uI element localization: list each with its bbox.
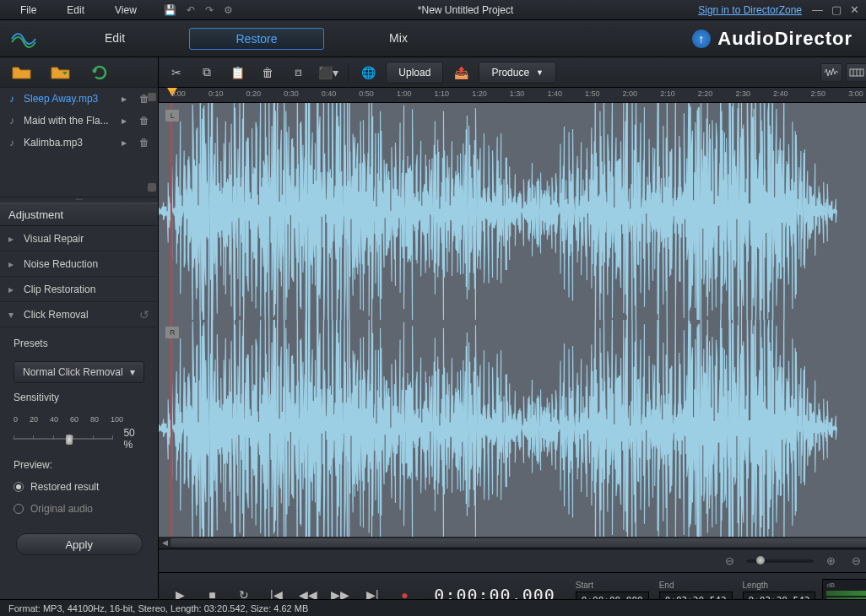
tab-mix[interactable]: Mix bbox=[331, 24, 466, 53]
status-bar: Format: MP3, 44100Hz, 16-bit, Stereo, Le… bbox=[0, 599, 866, 616]
track-item[interactable]: ♪ Sleep Away.mp3 ▸ 🗑 bbox=[0, 88, 158, 110]
zoom-out-v-icon[interactable]: ⊖ bbox=[847, 553, 864, 570]
sidebar: ♪ Sleep Away.mp3 ▸ 🗑 ♪ Maid with the Fla… bbox=[0, 57, 159, 616]
main-toolbar: ✂ ⧉ 📋 🗑 ⧈ ⬛▾ 🌐 Upload 📤 Produce▼ bbox=[159, 57, 866, 88]
cut-icon[interactable]: ✂ bbox=[164, 62, 189, 84]
waveform-view[interactable]: L R dB-3-6-12-18-∞-18-12-6-3-3-6-12-18-∞… bbox=[159, 103, 866, 537]
upload-button[interactable]: Upload bbox=[386, 62, 443, 84]
apply-button[interactable]: Apply bbox=[16, 533, 143, 555]
sensitivity-label: Sensitivity bbox=[14, 392, 144, 403]
zoom-out-h-icon[interactable]: ⊖ bbox=[721, 553, 738, 570]
radio-restored[interactable]: Restored result bbox=[14, 481, 144, 493]
track-list: ♪ Sleep Away.mp3 ▸ 🗑 ♪ Maid with the Fla… bbox=[0, 88, 158, 197]
chevron-right-icon: ▸ bbox=[8, 284, 17, 295]
menu-file[interactable]: File bbox=[7, 2, 50, 19]
marker-dropdown-icon[interactable]: ⬛▾ bbox=[316, 62, 341, 84]
brand-bar: Edit Restore Mix ↑ AudioDirector bbox=[0, 20, 866, 57]
channel-left-badge: L bbox=[165, 110, 179, 122]
sensitivity-value: 50 % bbox=[123, 427, 144, 451]
export-icon[interactable]: 📤 bbox=[448, 62, 474, 84]
radio-icon bbox=[14, 482, 24, 492]
import-folder-icon[interactable] bbox=[49, 63, 73, 82]
reset-icon[interactable]: ↺ bbox=[139, 308, 149, 322]
main-area: ✂ ⧉ 📋 🗑 ⧈ ⬛▾ 🌐 Upload 📤 Produce▼ 0:000:1… bbox=[159, 57, 866, 616]
track-name: Kalimba.mp3 bbox=[24, 137, 111, 149]
copy-icon[interactable]: ⧉ bbox=[194, 62, 219, 84]
redo-icon[interactable]: ↷ bbox=[205, 4, 214, 16]
preview-label: Preview: bbox=[14, 459, 144, 471]
brand-name: ↑ AudioDirector bbox=[692, 28, 852, 50]
track-item[interactable]: ♪ Maid with the Fla... ▸ 🗑 bbox=[0, 110, 158, 132]
music-note-icon: ♪ bbox=[7, 137, 17, 149]
sidebar-toolbar bbox=[0, 57, 158, 88]
globe-icon[interactable]: 🌐 bbox=[355, 62, 381, 84]
menu-view[interactable]: View bbox=[101, 2, 150, 19]
sensitivity-slider[interactable] bbox=[14, 435, 113, 443]
radio-original[interactable]: Original audio bbox=[14, 503, 144, 515]
zoom-in-h-icon[interactable]: ⊕ bbox=[822, 553, 839, 570]
adj-clip-restoration[interactable]: ▸Clip Restoration bbox=[0, 277, 158, 302]
menu-edit[interactable]: Edit bbox=[53, 2, 98, 19]
title-bar: File Edit View 💾 ↶ ↷ ⚙ *New Untitled Pro… bbox=[0, 0, 866, 20]
scroll-left-icon[interactable]: ◀ bbox=[159, 538, 170, 547]
settings-icon[interactable]: ⚙ bbox=[224, 4, 233, 16]
chevron-right-icon: ▸ bbox=[8, 258, 17, 270]
delete-icon[interactable]: 🗑 bbox=[255, 62, 280, 84]
chevron-down-icon: ▾ bbox=[130, 366, 135, 378]
chevron-down-icon: ▾ bbox=[8, 309, 17, 321]
track-name: Maid with the Fla... bbox=[24, 115, 111, 127]
track-item[interactable]: ♪ Kalimba.mp3 ▸ 🗑 bbox=[0, 132, 158, 154]
music-note-icon: ♪ bbox=[7, 115, 17, 127]
preset-dropdown[interactable]: Normal Click Removal▾ bbox=[14, 361, 144, 383]
open-folder-icon[interactable] bbox=[10, 63, 34, 82]
start-label: Start bbox=[576, 581, 649, 590]
adj-click-removal[interactable]: ▾Click Removal↺ bbox=[0, 302, 158, 327]
click-removal-panel: Presets Normal Click Removal▾ Sensitivit… bbox=[0, 327, 158, 616]
produce-button[interactable]: Produce▼ bbox=[479, 62, 556, 84]
channel-right-badge: R bbox=[165, 327, 179, 338]
maximize-button[interactable]: ▢ bbox=[831, 3, 842, 16]
tab-restore[interactable]: Restore bbox=[189, 28, 324, 50]
chevron-right-icon: ▸ bbox=[8, 233, 17, 245]
sensitivity-scale: 020406080100 bbox=[14, 415, 123, 424]
time-ruler[interactable]: 0:000:100:200:300:400:501:001:101:201:30… bbox=[159, 88, 866, 103]
play-track-icon[interactable]: ▸ bbox=[117, 93, 131, 105]
radio-icon bbox=[14, 504, 24, 514]
crop-icon[interactable]: ⧈ bbox=[285, 62, 311, 84]
track-name: Sleep Away.mp3 bbox=[24, 93, 111, 105]
presets-label: Presets bbox=[14, 338, 144, 349]
tab-edit[interactable]: Edit bbox=[47, 24, 182, 53]
zoom-bar: ⊖ ⊕ ⊖ ⊕ ⛶ bbox=[159, 548, 866, 572]
adjustment-header: Adjustment bbox=[0, 203, 158, 226]
view-spectral-icon[interactable] bbox=[846, 63, 866, 82]
tracklist-scrollbar[interactable] bbox=[148, 91, 156, 193]
end-label: End bbox=[659, 581, 733, 590]
length-label: Length bbox=[743, 581, 816, 590]
adj-noise-reduction[interactable]: ▸Noise Reduction bbox=[0, 251, 158, 277]
chevron-down-icon: ▼ bbox=[536, 68, 544, 77]
adj-visual-repair[interactable]: ▸Visual Repair bbox=[0, 226, 158, 251]
undo-icon[interactable]: ↶ bbox=[187, 4, 195, 16]
signin-link[interactable]: Sign in to DirectorZone bbox=[698, 4, 802, 16]
upload-cloud-icon: ↑ bbox=[692, 30, 711, 48]
music-note-icon: ♪ bbox=[7, 93, 17, 105]
playhead-line[interactable] bbox=[170, 103, 172, 537]
zoom-slider[interactable] bbox=[746, 559, 814, 563]
save-icon[interactable]: 💾 bbox=[164, 4, 176, 16]
play-track-icon[interactable]: ▸ bbox=[117, 137, 131, 149]
project-title: *New Untitled Project bbox=[233, 4, 698, 16]
close-button[interactable]: ✕ bbox=[850, 3, 859, 16]
refresh-icon[interactable] bbox=[88, 63, 111, 82]
app-logo bbox=[0, 20, 47, 57]
play-track-icon[interactable]: ▸ bbox=[117, 115, 131, 127]
minimize-button[interactable]: — bbox=[812, 3, 823, 16]
view-waveform-icon[interactable] bbox=[820, 63, 842, 82]
horizontal-scrollbar[interactable]: ◀ ▶ bbox=[159, 537, 866, 548]
paste-icon[interactable]: 📋 bbox=[225, 62, 250, 84]
